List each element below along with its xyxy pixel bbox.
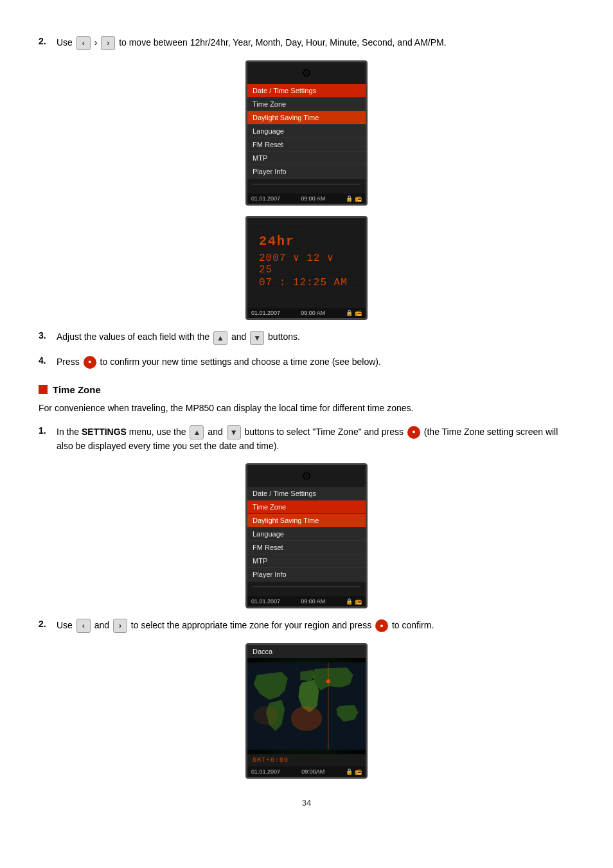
world-screen: Dacca <box>247 645 366 766</box>
step-number-2: 2. <box>39 36 51 46</box>
step-number-3: 3. <box>39 330 51 341</box>
step-2-text: Use ‹ › › to move between 12hr/24hr, Yea… <box>57 36 574 50</box>
footer-date-1: 01.01.2007 <box>251 195 280 202</box>
time-display-container: 24hr 2007 ∨ 12 ∨ 25 07 : 12:25 AM 01.01.… <box>39 216 574 320</box>
footer-time-world: 09:00AM <box>301 768 324 775</box>
device-screen-2: ⚙ Date / Time Settings Time Zone Dayligh… <box>245 463 368 608</box>
world-time-bar: GMT+6:00 <box>247 754 366 766</box>
timezone-para: For convenience when traveling, the MP85… <box>39 402 574 415</box>
footer-date-2: 01.01.2007 <box>251 598 280 605</box>
footer-icons-time: 🔒 📻 <box>346 310 362 316</box>
menu-spacer-1 <box>247 179 366 182</box>
ok-btn-2[interactable]: ● <box>407 426 420 439</box>
footer-icons-2: 🔒 📻 <box>346 598 362 605</box>
left-arrow-btn[interactable]: ‹ <box>76 36 91 50</box>
device-screen-2-container: ⚙ Date / Time Settings Time Zone Dayligh… <box>39 463 574 608</box>
menu-item-playerinfo-1[interactable]: Player Info <box>247 165 366 179</box>
section-timezone-title: Time Zone <box>53 384 101 395</box>
menu-item-mtp-2[interactable]: MTP <box>247 554 366 568</box>
up-arrow-btn[interactable]: ▲ <box>213 331 227 345</box>
world-map-screen: Dacca <box>245 643 368 779</box>
left-arrow-btn-2[interactable]: ‹ <box>76 619 91 633</box>
device-footer-time: 01.01.2007 09:00 AM 🔒 📻 <box>247 308 366 318</box>
step-2-tz-text: Use ‹ and › to select the appropriate ti… <box>57 619 574 633</box>
menu-item-date-time-1[interactable]: Date / Time Settings <box>247 84 366 98</box>
down-arrow-btn[interactable]: ▼ <box>250 331 264 345</box>
ok-btn-3[interactable]: ● <box>375 619 388 632</box>
device-header-2: ⚙ <box>247 465 366 487</box>
menu-item-daylight-2[interactable]: Daylight Saving Time <box>247 514 366 527</box>
and-text: › <box>94 37 98 48</box>
step-1-tz: 1. In the SETTINGS menu, use the ▲ and ▼… <box>39 425 574 453</box>
page-number-value: 34 <box>302 798 311 808</box>
page-number: 34 <box>39 798 574 808</box>
device-footer-world: 01.01.2007 09:00AM 🔒 📻 <box>247 766 366 777</box>
menu-item-timezone-2[interactable]: Time Zone <box>247 500 366 514</box>
device-sep-1 <box>253 184 360 184</box>
footer-date-time: 01.01.2007 <box>251 310 280 316</box>
right-arrow-btn-2[interactable]: › <box>113 619 127 633</box>
menu-item-fmreset-1[interactable]: FM Reset <box>247 138 366 152</box>
menu-item-mtp-1[interactable]: MTP <box>247 152 366 165</box>
step-3-prefix: Adjust the values of each field with the <box>57 332 209 342</box>
step-2-tz: 2. Use ‹ and › to select the appropriate… <box>39 619 574 633</box>
menu-spacer-4 <box>247 581 366 585</box>
footer-time-2: 09:00 AM <box>301 598 325 605</box>
step-2-instruction: to move between 12hr/24hr, Year, Month, … <box>119 37 446 48</box>
time-clock-line: 07 : 12:25 AM <box>259 277 354 288</box>
menu-item-language-2[interactable]: Language <box>247 527 366 541</box>
page-container: 2. Use ‹ › › to move between 12hr/24hr, … <box>0 0 613 833</box>
step-2-tz-confirm: to confirm. <box>392 620 434 630</box>
menu-item-fmreset-2[interactable]: FM Reset <box>247 541 366 554</box>
right-arrow-btn[interactable]: › <box>101 36 115 50</box>
svg-point-3 <box>291 706 322 731</box>
time-line-1: 24hr <box>259 234 354 249</box>
step-4-text: Press ● to confirm your new time setting… <box>57 355 574 369</box>
time-screen: 24hr 2007 ∨ 12 ∨ 25 07 : 12:25 AM <box>247 218 366 308</box>
footer-time-1: 09:00 AM <box>301 195 325 202</box>
device-screen-1-container: ⚙ Date / Time Settings Time Zone Dayligh… <box>39 60 574 206</box>
settings-icon-2: ⚙ <box>301 470 312 483</box>
step-number-2-tz: 2. <box>39 619 51 629</box>
time-display-screen: 24hr 2007 ∨ 12 ∨ 25 07 : 12:25 AM 01.01.… <box>245 216 368 320</box>
step-3-suffix: buttons. <box>268 332 300 342</box>
step-number-4: 4. <box>39 355 51 366</box>
menu-item-daylight-1[interactable]: Daylight Saving Time <box>247 111 366 125</box>
footer-icons-1: 🔒 📻 <box>346 195 362 202</box>
device-sep-2 <box>253 587 360 587</box>
step-2: 2. Use ‹ › › to move between 12hr/24hr, … <box>39 36 574 50</box>
step-1-tz-suffix: (the Time Zone setting screen will also … <box>57 427 558 451</box>
menu-item-playerinfo-2[interactable]: Player Info <box>247 568 366 581</box>
svg-point-4 <box>254 706 279 725</box>
section-timezone: Time Zone <box>39 384 574 395</box>
step-4: 4. Press ● to confirm your new time sett… <box>39 355 574 369</box>
section-marker <box>39 385 48 394</box>
settings-bold: SETTINGS <box>82 427 127 437</box>
time-screen-inner: 24hr 2007 ∨ 12 ∨ 25 07 : 12:25 AM <box>253 224 360 301</box>
hour-format: 24hr <box>259 234 295 249</box>
ok-btn-1[interactable]: ● <box>84 356 96 369</box>
device-header-1: ⚙ <box>247 62 366 84</box>
step-3-text: Adjust the values of each field with the… <box>57 330 574 344</box>
menu-item-date-time-2[interactable]: Date / Time Settings <box>247 487 366 500</box>
step-number-1-tz: 1. <box>39 425 51 436</box>
device-screen-1: ⚙ Date / Time Settings Time Zone Dayligh… <box>245 60 368 206</box>
down-btn-tz[interactable]: ▼ <box>227 425 241 439</box>
world-map-area <box>247 658 366 754</box>
world-map-svg <box>247 658 366 754</box>
world-map-title: Dacca <box>247 645 366 658</box>
device-footer-1: 01.01.2007 09:00 AM 🔒 📻 <box>247 193 366 204</box>
footer-date-world: 01.01.2007 <box>251 768 280 775</box>
step-3: 3. Adjust the values of each field with … <box>39 330 574 344</box>
world-map-container: Dacca <box>39 643 574 779</box>
menu-item-language-1[interactable]: Language <box>247 125 366 138</box>
settings-icon: ⚙ <box>301 67 312 80</box>
world-time-code: GMT+6:00 <box>253 757 289 764</box>
step-1-tz-text: In the SETTINGS menu, use the ▲ and ▼ bu… <box>57 425 574 453</box>
step-4-suffix: to confirm your new time settings and ch… <box>100 357 381 367</box>
time-date-line: 2007 ∨ 12 ∨ 25 <box>259 251 354 276</box>
menu-item-timezone-1[interactable]: Time Zone <box>247 98 366 111</box>
footer-time-time: 09:00 AM <box>301 310 325 316</box>
footer-icons-world: 🔒 📻 <box>346 768 362 775</box>
up-btn-tz[interactable]: ▲ <box>190 425 204 439</box>
